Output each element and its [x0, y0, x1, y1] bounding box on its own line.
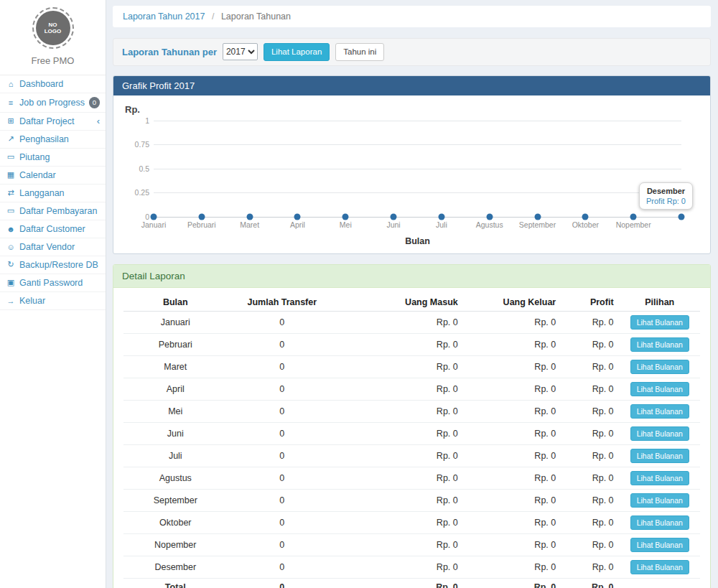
data-point-mei[interactable] — [342, 213, 349, 220]
sidebar-link-daftar-customer[interactable]: ☻Daftar Customer — [0, 220, 106, 238]
sidebar-link-piutang[interactable]: ▭Piutang — [0, 149, 106, 166]
sidebar-item-daftar-vendor: ☺Daftar Vendor — [0, 238, 106, 256]
cell-uang-masuk: Rp. 0 — [337, 311, 464, 333]
lihat-bulanan-button[interactable]: Lihat Bulanan — [630, 471, 689, 485]
lihat-bulanan-button[interactable]: Lihat Bulanan — [630, 426, 689, 441]
breadcrumb: Laporan Tahun 2017 / Laporan Tahunan — [113, 6, 711, 27]
lihat-bulanan-button[interactable]: Lihat Bulanan — [630, 538, 689, 552]
sidebar-link-penghasilan[interactable]: ↗Penghasilan — [0, 131, 106, 148]
data-point-juni[interactable] — [391, 213, 397, 220]
monthly-report-table: BulanJumlah TransferUang MasukUang Kelua… — [123, 294, 700, 588]
app: NO LOGO Free PMO ⌂Dashboard≡Job on Progr… — [0, 0, 718, 588]
table-row: Mei0Rp. 0Rp. 0Rp. 0Lihat Bulanan — [123, 400, 700, 422]
cell-uang-masuk: Rp. 0 — [337, 333, 464, 355]
cell-profit: Rp. 0 — [561, 511, 619, 533]
data-point-oktober[interactable] — [582, 213, 589, 220]
lihat-bulanan-button[interactable]: Lihat Bulanan — [630, 493, 689, 508]
cell-uang-masuk: Rp. 0 — [337, 489, 464, 511]
sidebar-item-ganti-password: ▣Ganti Password — [0, 274, 106, 292]
sidebar-item-backup-restore-db: ↻Backup/Restore DB — [0, 256, 106, 274]
year-select[interactable]: 2017 — [223, 43, 258, 60]
chevron-left-icon: ‹ — [97, 116, 100, 126]
cell-profit: Rp. 0 — [561, 489, 619, 511]
cell-bulan: Maret — [123, 355, 228, 378]
lihat-bulanan-button[interactable]: Lihat Bulanan — [630, 404, 689, 419]
cell-pilihan: Lihat Bulanan — [620, 400, 700, 422]
main-content: Laporan Tahun 2017 / Laporan Tahunan Lap… — [106, 0, 718, 588]
sidebar-item-label: Backup/Restore DB — [19, 260, 98, 270]
lihat-bulanan-button[interactable]: Lihat Bulanan — [630, 360, 689, 374]
total-uang-keluar: Rp. 0 — [464, 578, 562, 588]
cell-jumlah-transfer: 0 — [228, 444, 337, 467]
sidebar-item-calendar: ▦Calendar — [0, 167, 106, 185]
sidebar-link-job-on-progress[interactable]: ≡Job on Progress0 — [0, 93, 106, 112]
line-chart-icon: ↗ — [6, 134, 16, 144]
table-icon: ⊞ — [6, 116, 16, 126]
cell-jumlah-transfer: 0 — [228, 489, 337, 511]
y-axis-label: Rp. — [125, 104, 700, 115]
cell-profit: Rp. 0 — [561, 355, 619, 378]
lihat-bulanan-button[interactable]: Lihat Bulanan — [630, 315, 689, 330]
lihat-laporan-button[interactable]: Lihat Laporan — [264, 43, 330, 61]
cell-jumlah-transfer: 0 — [228, 422, 337, 444]
data-point-nopember[interactable] — [630, 213, 637, 220]
cell-bulan: Januari — [123, 311, 228, 333]
sidebar-item-label: Daftar Pembayaran — [19, 206, 97, 216]
cell-bulan: Desember — [123, 556, 228, 578]
data-point-juli[interactable] — [438, 213, 444, 220]
table-header: BulanJumlah TransferUang MasukUang Kelua… — [123, 294, 700, 312]
sidebar-link-keluar[interactable]: →Keluar — [0, 292, 106, 309]
lihat-bulanan-button[interactable]: Lihat Bulanan — [630, 560, 689, 574]
sidebar-link-langganan[interactable]: ⇄Langganan — [0, 185, 106, 202]
sidebar-item-label: Dashboard — [19, 79, 63, 89]
data-point-maret[interactable] — [246, 213, 253, 220]
data-point-agustus[interactable] — [486, 213, 493, 220]
calendar-icon: ▦ — [6, 170, 16, 179]
sidebar-item-keluar: →Keluar — [0, 292, 106, 310]
report-filter-bar: Laporan Tahunan per 2017 Lihat Laporan T… — [113, 38, 711, 66]
sidebar-link-daftar-vendor[interactable]: ☺Daftar Vendor — [0, 238, 106, 256]
cell-uang-masuk: Rp. 0 — [337, 533, 464, 556]
chart-body: Rp. Desember Profit Rp: 0 00.250.50.751 … — [113, 95, 710, 253]
lihat-bulanan-button[interactable]: Lihat Bulanan — [630, 337, 689, 352]
lihat-bulanan-button[interactable]: Lihat Bulanan — [630, 449, 689, 463]
sidebar-link-ganti-password[interactable]: ▣Ganti Password — [0, 274, 106, 291]
cell-jumlah-transfer: 0 — [228, 355, 337, 378]
cell-jumlah-transfer: 0 — [228, 511, 337, 533]
lihat-bulanan-button[interactable]: Lihat Bulanan — [630, 382, 689, 396]
no-logo-text: NO LOGO — [42, 22, 64, 34]
cell-profit: Rp. 0 — [561, 311, 619, 333]
cell-jumlah-transfer: 0 — [228, 556, 337, 578]
data-point-januari[interactable] — [151, 213, 157, 220]
table-row: Juni0Rp. 0Rp. 0Rp. 0Lihat Bulanan — [123, 422, 700, 444]
sidebar-link-daftar-project[interactable]: ⊞Daftar Project‹ — [0, 113, 106, 130]
cell-jumlah-transfer: 0 — [228, 400, 337, 422]
y-tick-label: 1 — [126, 116, 149, 125]
data-point-april[interactable] — [294, 213, 301, 220]
data-point-desember[interactable] — [679, 213, 685, 220]
cell-bulan: Juli — [123, 444, 228, 467]
tahun-ini-button[interactable]: Tahun ini — [335, 43, 384, 61]
y-tick-label: 0.5 — [126, 164, 149, 173]
tooltip-title: Desember — [646, 187, 686, 195]
sidebar-link-calendar[interactable]: ▦Calendar — [0, 167, 106, 184]
col-header-bulan: Bulan — [123, 294, 228, 312]
cell-bulan: Agustus — [123, 467, 228, 489]
sidebar-link-dashboard[interactable]: ⌂Dashboard — [0, 75, 106, 93]
breadcrumb-link[interactable]: Laporan Tahun 2017 — [123, 11, 205, 22]
sidebar-item-label: Daftar Customer — [19, 224, 85, 234]
data-point-september[interactable] — [534, 213, 541, 220]
sidebar-item-label: Calendar — [19, 170, 56, 180]
exchange-icon: ⇄ — [6, 188, 16, 197]
x-tick-label: Maret — [240, 220, 259, 229]
sidebar-link-daftar-pembayaran[interactable]: ▭Daftar Pembayaran — [0, 202, 106, 220]
sidebar-item-label: Daftar Vendor — [19, 242, 75, 252]
data-point-pebruari[interactable] — [198, 213, 205, 220]
sidebar-link-backup-restore-db[interactable]: ↻Backup/Restore DB — [0, 256, 106, 274]
gridline — [154, 169, 681, 169]
x-tick-label: Juli — [436, 220, 447, 229]
lihat-bulanan-button[interactable]: Lihat Bulanan — [630, 515, 689, 530]
cell-uang-masuk: Rp. 0 — [337, 422, 464, 444]
no-logo-icon: NO LOGO — [36, 11, 70, 45]
cell-uang-keluar: Rp. 0 — [464, 378, 562, 400]
